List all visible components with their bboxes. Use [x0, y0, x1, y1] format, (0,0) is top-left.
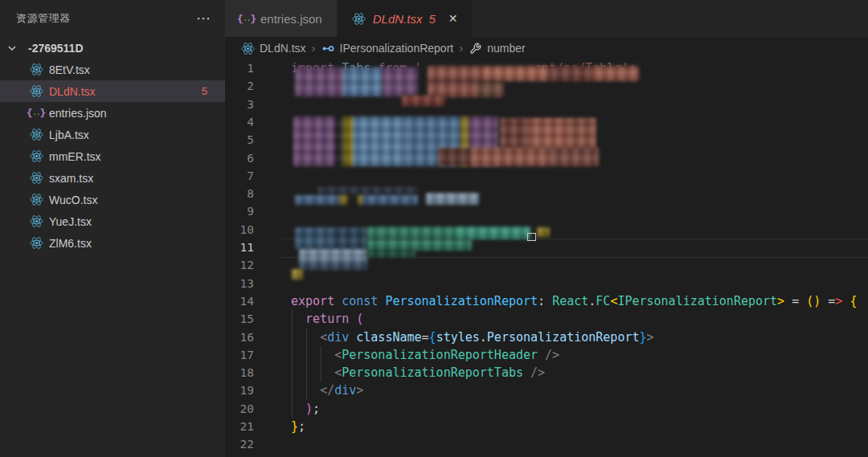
wrench-icon	[469, 42, 482, 55]
react-file-icon	[29, 84, 43, 99]
redacted-code-block	[295, 195, 348, 205]
breadcrumb-item-IPersonalizationReport[interactable]: IPersonalizationReport	[321, 42, 454, 55]
chevron-down-icon	[5, 41, 19, 55]
file-item-entries.json[interactable]: {··}entries.json	[0, 102, 225, 124]
redacted-code-block	[367, 251, 416, 257]
vscode-window: { "explorer": { "title": "资源管理器", "root_…	[0, 0, 868, 457]
breadcrumb-label: DLdN.tsx	[260, 42, 306, 55]
breadcrumb-separator: ›	[312, 41, 316, 55]
breadcrumb: DLdN.tsx›IPersonalizationReport›number	[225, 37, 868, 59]
file-item-DLdN.tsx[interactable]: DLdN.tsx5	[0, 80, 225, 102]
redacted-code-block	[299, 249, 367, 270]
react-file-icon	[29, 214, 43, 229]
editor-code-area[interactable]: 12345678910111213141516171819202122 expo…	[225, 59, 868, 457]
line-number: 1	[225, 59, 254, 77]
file-name: mmER.tsx	[49, 150, 101, 163]
json-file-icon: {··}	[240, 11, 254, 26]
more-actions-icon[interactable]: ⋯	[196, 14, 212, 22]
breadcrumb-label: number	[487, 42, 525, 55]
code-line-15: return (	[291, 310, 363, 328]
redacted-code-block	[367, 239, 472, 251]
react-file-icon	[29, 171, 43, 186]
code-line-14: export const PersonalizationReport: Reac…	[291, 292, 857, 310]
line-number: 17	[225, 346, 254, 364]
line-number: 4	[225, 113, 254, 131]
file-name: 8EtV.tsx	[49, 63, 90, 76]
file-name: entries.json	[49, 107, 107, 120]
redacted-code-block	[317, 187, 418, 194]
line-number: 3	[225, 96, 254, 113]
redacted-code-block	[428, 66, 639, 81]
file-name: LjbA.tsx	[49, 129, 89, 141]
code-line-17: <PersonalizationReportHeader />	[291, 346, 559, 364]
line-number: 12	[225, 256, 254, 274]
problems-count-badge: 5	[202, 85, 207, 97]
redacted-code-block	[367, 226, 530, 239]
react-file-icon	[29, 128, 43, 142]
redacted-code-block	[402, 96, 445, 106]
explorer-title: 资源管理器	[16, 11, 71, 26]
code-line-20: );	[291, 400, 320, 418]
react-file-icon	[29, 236, 43, 251]
code-line-16: <div className={styles.PersonalizationRe…	[291, 328, 654, 346]
line-number: 5	[225, 131, 254, 149]
line-number: 16	[225, 328, 254, 346]
line-number: 7	[225, 167, 254, 185]
line-number: 8	[225, 185, 254, 202]
tab-label: DLdN.tsx	[373, 12, 423, 26]
file-name: DLdN.tsx	[49, 85, 96, 98]
file-name: sxam.tsx	[49, 172, 93, 185]
file-list: 8EtV.tsxDLdN.tsx5{··}entries.jsonLjbA.ts…	[0, 59, 225, 254]
line-number: 11	[225, 239, 254, 256]
redacted-code-block	[500, 118, 596, 149]
close-icon[interactable]: ✕	[448, 12, 458, 25]
react-file-icon	[29, 63, 43, 77]
react-file-icon	[352, 11, 366, 26]
react-file-icon	[29, 149, 43, 164]
code-line-19: </div>	[291, 382, 363, 399]
react-icon	[241, 42, 255, 55]
file-item-WucO.tsx[interactable]: WucO.tsx	[0, 189, 225, 210]
file-item-LjbA.tsx[interactable]: LjbA.tsx	[0, 124, 225, 145]
file-item-mmER.tsx[interactable]: mmER.tsx	[0, 145, 225, 167]
breadcrumb-label: IPersonalizationReport	[340, 42, 454, 55]
line-number: 22	[225, 435, 254, 453]
line-number: 21	[225, 418, 254, 435]
line-number: 9	[225, 202, 254, 220]
file-item-YueJ.tsx[interactable]: YueJ.tsx	[0, 210, 225, 232]
line-number: 19	[225, 382, 254, 399]
line-number: 10	[225, 221, 254, 239]
redacted-code-block	[537, 227, 550, 237]
line-number: 13	[225, 275, 254, 292]
tab-label: entries.json	[260, 12, 322, 26]
breadcrumb-item-number[interactable]: number	[469, 42, 525, 55]
code-line-21: };	[291, 418, 305, 435]
folder-row-root[interactable]: -2769511D	[0, 37, 225, 59]
line-number: 18	[225, 364, 254, 382]
redacted-code-block	[295, 227, 367, 249]
file-item-sxam.tsx[interactable]: sxam.tsx	[0, 167, 225, 189]
code-line-18: <PersonalizationReportTabs />	[291, 364, 545, 382]
tab-DLdN.tsx[interactable]: DLdN.tsx5✕	[338, 0, 473, 37]
interface-icon	[321, 42, 335, 55]
tab-problems-badge: 5	[428, 12, 435, 26]
explorer-sidebar: 资源管理器 ⋯ -2769511D 8EtV.tsxDLdN.tsx5{··}e…	[0, 0, 225, 457]
file-item-ZlM6.tsx[interactable]: ZlM6.tsx	[0, 232, 225, 254]
line-number: 2	[225, 77, 254, 95]
file-item-8EtV.tsx[interactable]: 8EtV.tsx	[0, 59, 225, 80]
breadcrumb-item-DLdN.tsx[interactable]: DLdN.tsx	[241, 42, 306, 55]
tab-entries.json[interactable]: {··}entries.json	[225, 0, 338, 37]
json-file-icon: {··}	[29, 106, 43, 120]
redacted-code-block	[438, 148, 599, 166]
text-cursor	[527, 233, 536, 241]
line-number: 20	[225, 400, 254, 418]
file-name: WucO.tsx	[49, 194, 97, 206]
redacted-code-block	[426, 193, 479, 205]
line-number: 15	[225, 310, 254, 328]
redacted-code-block	[358, 195, 418, 205]
breadcrumb-separator: ›	[459, 41, 463, 55]
redacted-code-block	[295, 67, 418, 96]
folder-name: -2769511D	[28, 42, 84, 55]
explorer-header: 资源管理器 ⋯	[0, 0, 225, 37]
line-number: 14	[225, 292, 254, 310]
